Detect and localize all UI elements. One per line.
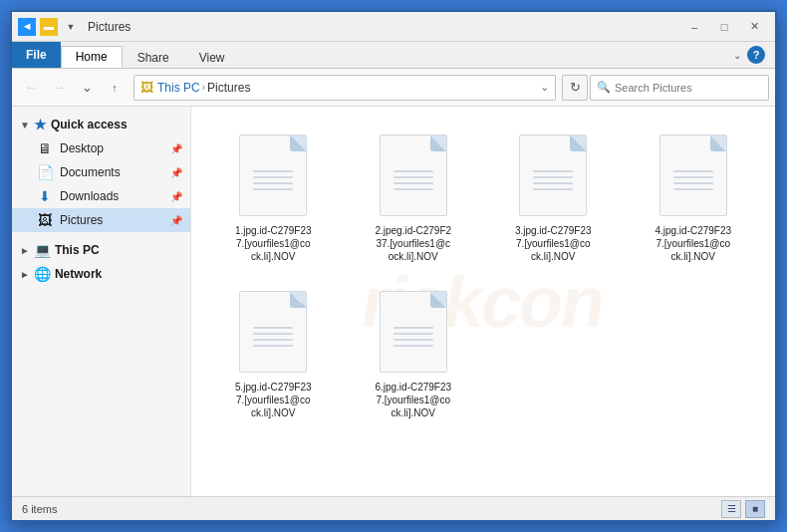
file-icon-container bbox=[374, 131, 453, 220]
file-name: 3.jpg.id-C279F237.[yourfiles1@cock.li].N… bbox=[515, 224, 592, 263]
file-name: 6.jpg.id-C279F237.[yourfiles1@cock.li].N… bbox=[375, 381, 451, 419]
sidebar-item-label: Desktop bbox=[60, 141, 104, 155]
folder-icon: ▬ bbox=[40, 18, 58, 36]
sidebar-item-downloads[interactable]: ⬇ Downloads 📌 bbox=[12, 184, 190, 208]
item-count: 6 items bbox=[22, 503, 57, 515]
computer-icon: 💻 bbox=[34, 242, 51, 258]
tab-home[interactable]: Home bbox=[61, 46, 123, 68]
search-icon: 🔍 bbox=[597, 81, 611, 94]
list-view-button[interactable]: ☰ bbox=[721, 500, 741, 518]
addr-dropdown-icon[interactable]: ⌄ bbox=[540, 81, 549, 94]
file-doc-icon bbox=[239, 134, 307, 216]
address-parts: This PC › Pictures bbox=[157, 81, 250, 95]
pin-icon: 📌 bbox=[170, 215, 182, 226]
file-name: 1.jpg.id-C279F237.[yourfiles1@cock.li].N… bbox=[235, 224, 312, 263]
pin-icon: 📌 bbox=[170, 191, 182, 202]
this-pc-label: This PC bbox=[55, 243, 100, 257]
addr-sep-1: › bbox=[202, 82, 205, 93]
file-item[interactable]: 2.jpeg.id-C279F237.[yourfiles1@cock.li].… bbox=[348, 123, 480, 271]
ribbon: File Home Share View ⌄ ? bbox=[12, 42, 775, 69]
network-icon: 🌐 bbox=[34, 266, 51, 282]
content-area: riskcon 1.jpg.id-C279F237.[ bbox=[191, 107, 775, 496]
refresh-button[interactable]: ↻ bbox=[562, 75, 588, 101]
folder-icon-addr: 🖼 bbox=[140, 80, 153, 95]
documents-icon: 📄 bbox=[36, 164, 54, 180]
sidebar-item-desktop[interactable]: 🖥 Desktop 📌 bbox=[12, 136, 190, 160]
star-icon: ★ bbox=[34, 117, 47, 133]
back-button[interactable]: ← bbox=[18, 75, 44, 101]
minimize-button[interactable]: – bbox=[679, 13, 709, 41]
forward-button[interactable]: → bbox=[46, 75, 72, 101]
address-bar[interactable]: 🖼 This PC › Pictures ⌄ bbox=[133, 75, 556, 101]
close-button[interactable]: ✕ bbox=[739, 13, 769, 41]
ribbon-collapse[interactable]: ⌄ ? bbox=[723, 42, 775, 68]
file-item[interactable]: 3.jpg.id-C279F237.[yourfiles1@cock.li].N… bbox=[487, 123, 620, 271]
chevron-right-icon: ► bbox=[20, 269, 30, 280]
quick-access-label: Quick access bbox=[51, 118, 128, 132]
sidebar-item-pictures[interactable]: 🖼 Pictures 📌 bbox=[12, 208, 190, 232]
titlebar: ◀ ▬ ▼ Pictures – □ ✕ bbox=[12, 12, 775, 42]
sidebar-item-documents[interactable]: 📄 Documents 📌 bbox=[12, 160, 190, 184]
dropdown-icon[interactable]: ▼ bbox=[62, 18, 80, 36]
sidebar-item-label: Pictures bbox=[60, 213, 103, 227]
window-title: Pictures bbox=[88, 20, 679, 34]
file-doc-icon bbox=[380, 134, 447, 216]
up-chevron-button[interactable]: ⌄ bbox=[74, 75, 100, 101]
pin-icon: 📌 bbox=[170, 143, 182, 154]
sidebar-section-this-pc[interactable]: ► 💻 This PC bbox=[12, 238, 190, 262]
network-label: Network bbox=[55, 267, 102, 281]
sidebar-section-network[interactable]: ► 🌐 Network bbox=[12, 262, 190, 286]
pictures-icon: 🖼 bbox=[36, 212, 54, 228]
chevron-right-icon: ► bbox=[20, 245, 30, 256]
file-item[interactable]: 5.jpg.id-C279F237.[yourfiles1@cock.li].N… bbox=[207, 279, 340, 427]
file-item[interactable]: 4.jpg.id-C279F237.[yourfiles1@cock.li].N… bbox=[628, 123, 760, 271]
maximize-button[interactable]: □ bbox=[709, 13, 739, 41]
help-button[interactable]: ? bbox=[747, 46, 765, 64]
pin-icon: 📌 bbox=[170, 167, 182, 178]
grid-view-button[interactable]: ■ bbox=[745, 500, 765, 518]
search-bar[interactable]: 🔍 bbox=[590, 75, 769, 101]
file-icon-container bbox=[513, 131, 593, 220]
file-icon-container bbox=[233, 287, 313, 377]
file-item[interactable]: 6.jpg.id-C279F237.[yourfiles1@cock.li].N… bbox=[348, 279, 480, 427]
file-name: 2.jpeg.id-C279F237.[yourfiles1@cock.li].… bbox=[375, 224, 451, 263]
main-area: ▼ ★ Quick access 🖥 Desktop 📌 📄 Documents… bbox=[12, 107, 775, 496]
file-item[interactable]: 1.jpg.id-C279F237.[yourfiles1@cock.li].N… bbox=[207, 123, 340, 271]
statusbar: 6 items ☰ ■ bbox=[12, 496, 775, 520]
tab-view[interactable]: View bbox=[184, 46, 240, 68]
file-icon-container bbox=[374, 287, 453, 377]
file-doc-icon bbox=[239, 291, 307, 373]
tab-file[interactable]: File bbox=[12, 42, 61, 68]
titlebar-icons: ◀ ▬ ▼ bbox=[18, 18, 80, 36]
desktop-icon: 🖥 bbox=[36, 140, 54, 156]
quick-access-icon: ◀ bbox=[18, 18, 36, 36]
tab-share[interactable]: Share bbox=[123, 46, 184, 68]
file-name: 5.jpg.id-C279F237.[yourfiles1@cock.li].N… bbox=[235, 381, 312, 419]
toolbar: ← → ⌄ ↑ 🖼 This PC › Pictures ⌄ ↻ 🔍 bbox=[12, 69, 775, 107]
view-controls: ☰ ■ bbox=[721, 500, 765, 518]
file-grid: 1.jpg.id-C279F237.[yourfiles1@cock.li].N… bbox=[191, 107, 775, 496]
file-doc-icon bbox=[519, 134, 587, 216]
file-doc-icon bbox=[380, 291, 447, 373]
sidebar-item-label: Documents bbox=[60, 165, 121, 179]
addr-pictures[interactable]: Pictures bbox=[207, 81, 250, 95]
sidebar: ▼ ★ Quick access 🖥 Desktop 📌 📄 Documents… bbox=[12, 107, 191, 496]
chevron-down-icon: ⌄ bbox=[733, 50, 741, 61]
file-name: 4.jpg.id-C279F237.[yourfiles1@cock.li].N… bbox=[655, 224, 731, 263]
explorer-window: ◀ ▬ ▼ Pictures – □ ✕ File Home Share Vie… bbox=[10, 10, 777, 522]
file-icon-container bbox=[654, 131, 733, 220]
search-input[interactable] bbox=[615, 82, 762, 94]
file-icon-container bbox=[233, 131, 313, 220]
chevron-down-icon: ▼ bbox=[20, 120, 30, 131]
addr-this-pc[interactable]: This PC bbox=[157, 81, 200, 95]
sidebar-item-label: Downloads bbox=[60, 189, 119, 203]
file-doc-icon bbox=[659, 134, 727, 216]
sidebar-section-quick-access[interactable]: ▼ ★ Quick access bbox=[12, 113, 190, 136]
up-button[interactable]: ↑ bbox=[102, 75, 128, 101]
ribbon-tabs: File Home Share View ⌄ ? bbox=[12, 42, 775, 68]
window-controls: – □ ✕ bbox=[679, 13, 769, 41]
downloads-icon: ⬇ bbox=[36, 188, 54, 204]
